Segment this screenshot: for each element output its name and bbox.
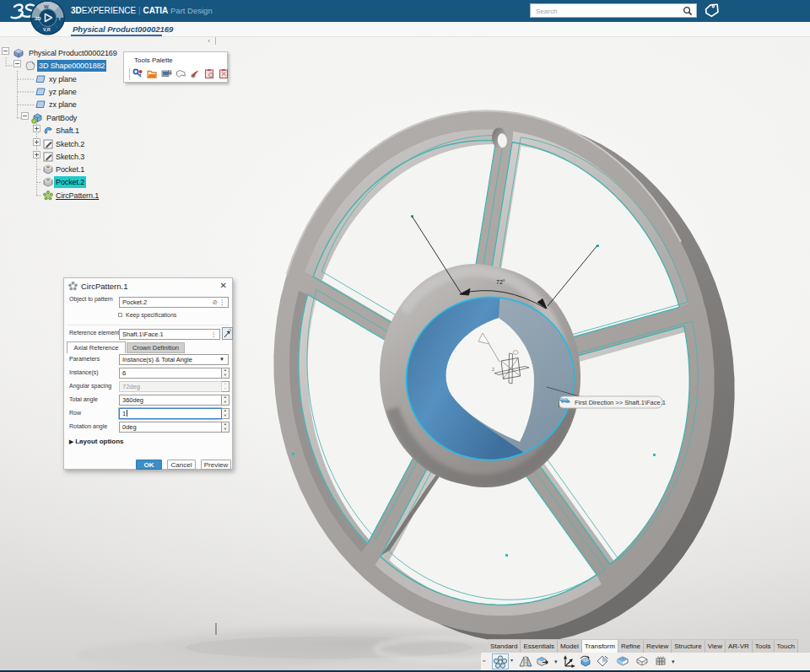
- svg-text:3D: 3D: [35, 16, 41, 21]
- svg-text:▾: ▾: [554, 659, 558, 664]
- svg-text:First Direction >> Shaft.1\Fac: First Direction >> Shaft.1\Face.1: [575, 399, 666, 406]
- svg-text:ɪ: ɪ: [59, 16, 61, 21]
- svg-text:72°: 72°: [496, 279, 505, 285]
- svg-text:2: 2: [492, 367, 494, 372]
- svg-text:W: W: [44, 4, 49, 9]
- svg-text:V,R: V,R: [43, 27, 51, 32]
- svg-text:▾: ▾: [672, 659, 675, 664]
